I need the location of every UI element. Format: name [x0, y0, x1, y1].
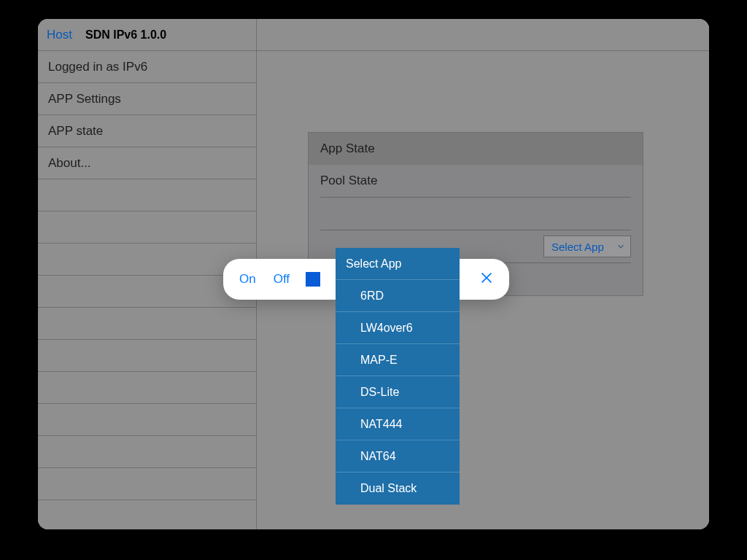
sidebar-item-empty [38, 372, 256, 404]
dropdown-header: Select App [336, 248, 460, 280]
select-app-value: Select App [551, 241, 604, 253]
dropdown-item-label: LW4over6 [360, 322, 413, 335]
sidebar-item-empty [38, 468, 256, 500]
dropdown-item-ds-lite[interactable]: DS-Lite [336, 376, 460, 408]
select-app-dropdown[interactable]: Select App [543, 236, 631, 257]
off-button[interactable]: Off [274, 272, 290, 287]
close-icon [479, 270, 495, 289]
chevron-down-icon [616, 241, 626, 252]
dropdown-item-6rd[interactable]: 6RD [336, 280, 460, 312]
close-button[interactable] [474, 267, 499, 292]
dropdown-title: Select App [346, 257, 402, 271]
sidebar-item-app-settings[interactable]: APP Settings [38, 83, 256, 115]
sidebar-item-logged-in[interactable]: Logged in as IPv6 [38, 51, 256, 83]
dropdown-item-label: MAP-E [360, 354, 398, 367]
on-button[interactable]: On [239, 272, 256, 287]
dropdown-item-label: NAT64 [360, 450, 396, 463]
card-header: App State [309, 133, 643, 165]
pool-state-row[interactable]: Pool State [309, 165, 643, 197]
blank-row [309, 198, 643, 230]
sidebar-item-label: About... [48, 156, 91, 171]
sidebar-item-label: Logged in as IPv6 [48, 60, 147, 74]
segment-group: On Off [239, 272, 290, 287]
dropdown-item-nat444[interactable]: NAT444 [336, 408, 460, 440]
dropdown-item-lw4over6[interactable]: LW4over6 [336, 312, 460, 344]
dropdown-item-nat64[interactable]: NAT64 [336, 440, 460, 472]
dropdown-item-dual-stack[interactable]: Dual Stack [336, 472, 460, 505]
select-app-menu: Select App 6RD LW4over6 MAP-E DS-Lite NA… [336, 248, 460, 505]
sidebar-item-label: APP Settings [48, 92, 121, 106]
sidebar-list: Logged in as IPv6 APP Settings APP state… [38, 51, 256, 529]
dropdown-item-map-e[interactable]: MAP-E [336, 344, 460, 376]
sidebar-item-label: APP state [48, 124, 103, 139]
main-header [257, 19, 709, 51]
sidebar-item-empty [38, 436, 256, 468]
sidebar-header: Host SDN IPv6 1.0.0 [38, 19, 256, 51]
sidebar-item-app-state[interactable]: APP state [38, 115, 256, 147]
card-title: App State [320, 141, 375, 156]
progress-indicator [306, 272, 320, 287]
pool-state-label: Pool State [320, 174, 377, 188]
dropdown-item-label: 6RD [360, 289, 384, 303]
dropdown-item-label: NAT444 [360, 418, 403, 431]
host-link[interactable]: Host [47, 28, 72, 42]
dropdown-item-label: Dual Stack [360, 482, 417, 495]
app-title: SDN IPv6 1.0.0 [85, 28, 166, 42]
sidebar-item-empty [38, 340, 256, 372]
dropdown-item-label: DS-Lite [360, 386, 399, 399]
sidebar-item-empty [38, 308, 256, 340]
sidebar-item-empty [38, 179, 256, 211]
sidebar-item-about[interactable]: About... [38, 147, 256, 179]
sidebar-item-empty [38, 211, 256, 244]
sidebar-item-empty [38, 404, 256, 436]
